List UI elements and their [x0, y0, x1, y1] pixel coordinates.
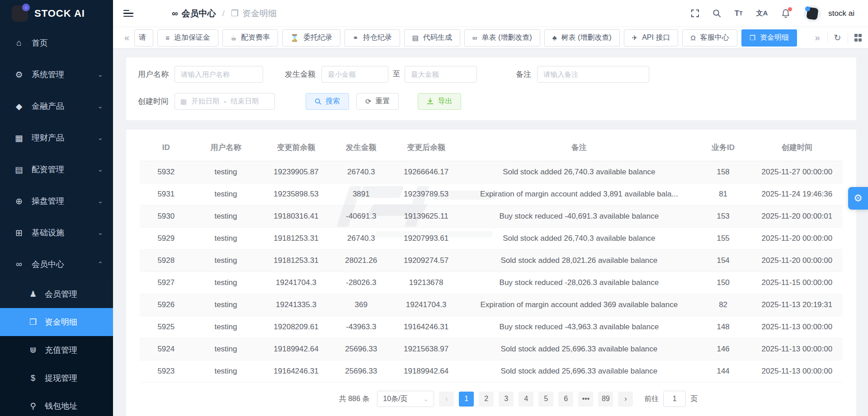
settings-gear-button[interactable]: ⚙ [848, 187, 868, 210]
sidebar-menu-item[interactable]: ⊕ 操盘管理 ⌄ [0, 185, 113, 217]
note-input[interactable] [537, 66, 649, 83]
top-header: ∞ 会员中心 / ❒ 资金明细 TT 文A [113, 0, 868, 27]
page-number-button[interactable]: ••• [578, 392, 593, 407]
cell-created-time: 2025-11-24 19:46:36 [751, 183, 843, 206]
sidebar-submenu: ♟ 会员管理 ❒ 资金明细 ⋓ 充值管理 $ 提现管理 [0, 280, 113, 416]
sidebar-item-label: 金融产品 [32, 101, 64, 112]
tree-icon: ♣ [552, 34, 557, 42]
cell-created-time: 2025-11-13 20:19:31 [751, 294, 843, 316]
binoculars-icon: ⚭ [353, 34, 359, 42]
tab[interactable]: ∞ 单表 (增删改查) [464, 29, 540, 47]
cell-id: 5932 [140, 161, 193, 183]
tab[interactable]: ▤ 代码生成 [404, 29, 460, 47]
breadcrumb-section[interactable]: ∞ 会员中心 [172, 8, 216, 19]
cell-balance-before: 19164246.31 [259, 360, 333, 383]
created-time-label: 创建时间 [138, 96, 169, 107]
page-number-button[interactable]: 5 [538, 392, 553, 407]
sidebar-menu-item[interactable]: ∞ 会员中心 ⌃ [0, 248, 113, 280]
table-row[interactable]: 5932 testing 19239905.87 26740.3 1926664… [140, 161, 843, 183]
tabs-scroll-right-icon[interactable]: » [814, 33, 821, 43]
table-row[interactable]: 5924 testing 19189942.64 25696.33 192156… [140, 338, 843, 360]
list-icon: ≡ [165, 34, 170, 42]
search-button[interactable]: 搜索 [306, 93, 349, 110]
user-name-input[interactable] [175, 66, 263, 83]
prev-page-button[interactable]: ‹ [439, 392, 454, 407]
reset-icon: ⟳ [365, 97, 371, 106]
sidebar-submenu-item[interactable]: ❒ 资金明细 [0, 308, 113, 336]
page-size-select[interactable]: 10条/页 ⌄ [377, 391, 434, 407]
sidebar-menu-item[interactable]: ⌂ 首页 [0, 27, 113, 59]
amount-max-input[interactable] [405, 66, 477, 83]
notification-bell-icon[interactable] [781, 9, 790, 18]
tab[interactable]: ☕ 配资费率 [222, 29, 278, 47]
username[interactable]: stock ai [828, 9, 854, 18]
tab-label: API 接口 [642, 33, 670, 42]
cell-amount: -43963.3 [333, 316, 389, 338]
cell-user: testing [193, 250, 259, 272]
sidebar-menu-item[interactable]: ▤ 配资管理 ⌄ [0, 154, 113, 185]
table-row[interactable]: 5928 testing 19181253.31 28021.26 192092… [140, 250, 843, 272]
tab[interactable]: Ω 客服中心 [682, 29, 737, 47]
avatar[interactable] [804, 5, 821, 22]
page-number-button[interactable]: 3 [499, 392, 514, 407]
sidebar-submenu-item[interactable]: ⋓ 充值管理 [0, 336, 113, 364]
page-number-button[interactable]: 4 [519, 392, 533, 407]
page-number-button[interactable]: 6 [558, 392, 573, 407]
money-card-icon: ▤ [14, 164, 24, 175]
breadcrumb-current: ❒ 资金明细 [231, 8, 277, 19]
book-icon: ❒ [750, 34, 755, 42]
tab[interactable]: ❒ 资金明细 [741, 29, 797, 47]
page-number-button[interactable]: 89 [598, 392, 613, 407]
app-window: ⟨⟩ STOCK AI ⌂ 首页 ⚙ 系统管理 ⌄ ◆ [0, 0, 868, 416]
tab[interactable]: 请 [134, 29, 153, 47]
page-number-button[interactable]: 1 [459, 392, 474, 407]
sidebar-submenu-item[interactable]: ♟ 会员管理 [0, 280, 113, 308]
fullscreen-icon[interactable] [691, 9, 699, 17]
tab[interactable]: ⌛ 委托纪录 [282, 29, 340, 47]
search-form-card: 用户名称 发生金额 至 备注 创 [126, 57, 856, 120]
tab[interactable]: ⚭ 持仓纪录 [344, 29, 400, 47]
reset-button[interactable]: ⟳ 重置 [356, 93, 399, 110]
export-button[interactable]: 导出 [418, 93, 461, 110]
table-row[interactable]: 5930 testing 19180316.41 -40691.3 191396… [140, 206, 843, 228]
table-row[interactable]: 5926 testing 19241335.3 369 19241704.3 E… [140, 294, 843, 316]
cell-user: testing [193, 272, 259, 294]
brand-cube-icon: ⟨⟩ [12, 5, 28, 22]
avatar-status-dot [805, 6, 810, 11]
table-row[interactable]: 5927 testing 19241704.3 -28026.3 1921367… [140, 272, 843, 294]
tab[interactable]: ✈ API 接口 [624, 29, 679, 47]
sidebar-menu-item[interactable]: ◆ 金融产品 ⌄ [0, 90, 113, 122]
bicycle-icon: ∞ [472, 34, 477, 42]
cell-biz-id: 158 [695, 161, 751, 183]
cell-user: testing [193, 183, 259, 206]
tabs-scroll-left-icon[interactable]: « [123, 33, 130, 43]
sidebar-menu-item[interactable]: ⊞ 基础设施 ⌄ [0, 217, 113, 248]
table-row[interactable]: 5929 testing 19181253.31 26740.3 1920799… [140, 228, 843, 250]
sidebar-submenu-item[interactable]: ⚲ 钱包地址 [0, 392, 113, 416]
page-number-button[interactable]: 2 [479, 392, 494, 407]
tab[interactable]: ≡ 追加保证金 [157, 29, 218, 47]
next-page-button[interactable]: › [618, 392, 633, 407]
date-range-input[interactable]: ▦ 开始日期 - 结束日期 [175, 93, 275, 110]
plane-icon: ✈ [632, 34, 638, 42]
notification-badge [788, 7, 792, 11]
refresh-icon[interactable]: ↻ [834, 33, 841, 43]
cell-id: 5929 [140, 228, 193, 250]
gift-icon: ⊞ [14, 228, 24, 238]
table-row[interactable]: 5931 testing 19235898.53 3891 19239789.5… [140, 183, 843, 206]
amount-min-input[interactable] [321, 66, 388, 83]
translate-icon[interactable]: 文A [756, 9, 768, 18]
sidebar-menu-item[interactable]: ▦ 理财产品 ⌄ [0, 122, 113, 154]
table-row[interactable]: 5925 testing 19208209.61 -43963.3 191642… [140, 316, 843, 338]
sidebar-menu-item[interactable]: ⚙ 系统管理 ⌄ [0, 59, 113, 90]
tab[interactable]: ♣ 树表 (增删改查) [544, 29, 620, 47]
package-icon: ▦ [14, 133, 24, 143]
goto-page-input[interactable] [663, 391, 686, 407]
table-row[interactable]: 5923 testing 19164246.31 25696.33 191899… [140, 360, 843, 383]
layout-grid-icon[interactable] [854, 34, 862, 42]
sidebar-submenu-item[interactable]: $ 提现管理 [0, 364, 113, 392]
search-icon[interactable] [712, 9, 721, 18]
font-size-icon[interactable]: TT [735, 9, 743, 18]
sidebar-item-label: 基础设施 [32, 227, 64, 238]
sidebar-collapse-icon[interactable] [123, 10, 133, 17]
